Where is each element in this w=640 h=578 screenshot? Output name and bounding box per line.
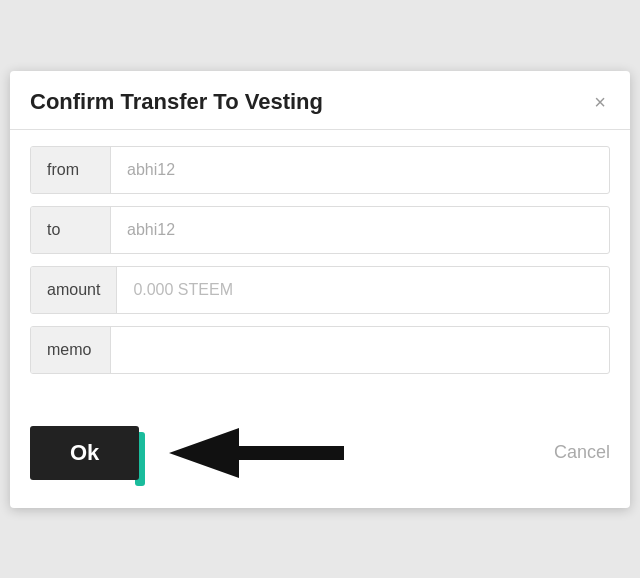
cancel-button[interactable]: Cancel <box>554 442 610 463</box>
from-field-row: from abhi12 <box>30 146 610 194</box>
to-label: to <box>31 207 111 253</box>
amount-label: amount <box>31 267 117 313</box>
confirm-transfer-dialog: Confirm Transfer To Vesting × from abhi1… <box>10 71 630 508</box>
to-field-row: to abhi12 <box>30 206 610 254</box>
arrow-area <box>139 418 554 488</box>
memo-field-row: memo <box>30 326 610 374</box>
dialog-header: Confirm Transfer To Vesting × <box>10 71 630 130</box>
to-value: abhi12 <box>111 207 609 253</box>
dialog-footer: Ok Cancel <box>10 402 630 508</box>
ok-button-wrapper: Ok <box>30 426 139 480</box>
arrow-icon <box>159 418 359 488</box>
amount-value: 0.000 STEEM <box>117 267 609 313</box>
from-label: from <box>31 147 111 193</box>
dialog-title: Confirm Transfer To Vesting <box>30 89 323 115</box>
ok-button[interactable]: Ok <box>30 426 139 480</box>
from-value: abhi12 <box>111 147 609 193</box>
amount-field-row: amount 0.000 STEEM <box>30 266 610 314</box>
dialog-body: from abhi12 to abhi12 amount 0.000 STEEM… <box>10 130 630 402</box>
memo-value <box>111 336 609 364</box>
svg-marker-0 <box>169 428 344 478</box>
memo-label: memo <box>31 327 111 373</box>
close-button[interactable]: × <box>590 92 610 112</box>
